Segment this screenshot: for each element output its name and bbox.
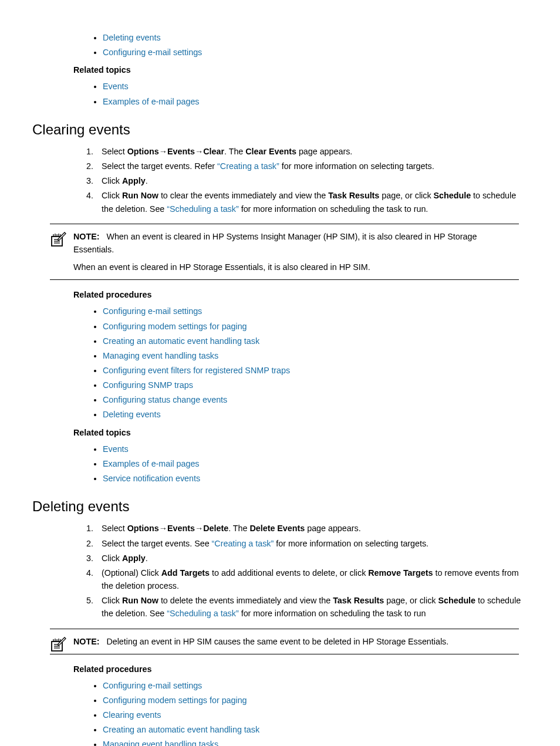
text-bold: Add Targets [161, 568, 210, 578]
link[interactable]: Creating an automatic event handling tas… [103, 725, 259, 734]
step-4: (Optional) Click Add Targets to add addi… [96, 566, 537, 592]
arrow-icon: → [159, 147, 167, 156]
text-bold: Remove Targets [368, 568, 433, 578]
list-item: Creating an automatic event handling tas… [103, 723, 537, 736]
text: for more information on scheduling the t… [239, 609, 426, 618]
link-creating-task[interactable]: “Creating a task” [212, 539, 274, 548]
top-links-1: Deleting events Configuring e-mail setti… [103, 31, 537, 59]
list-item: Configuring event filters for registered… [103, 364, 537, 377]
deleting-events-heading: Deleting events [32, 495, 537, 517]
related-topics-heading: Related topics [73, 426, 537, 439]
text-bold: Apply [122, 553, 146, 563]
link[interactable]: Configuring modem settings for paging [103, 696, 247, 705]
text: Select [102, 524, 127, 533]
text-bold: Clear [203, 147, 224, 156]
text: to delete the events immediately and vie… [158, 596, 333, 605]
note-icon [50, 636, 66, 656]
text-bold: Schedule [434, 191, 471, 200]
text-bold: Schedule [438, 596, 475, 605]
text-bold: Task Results [333, 596, 384, 605]
list-item: Creating an automatic event handling tas… [103, 335, 537, 347]
step-5: Click Run Now to delete the events immed… [96, 594, 537, 620]
text: Click [102, 553, 122, 563]
list-item: Examples of e-mail pages [103, 95, 537, 108]
list-item: Deleting events [103, 408, 537, 421]
link[interactable]: Service notification events [103, 474, 200, 483]
link[interactable]: Creating an automatic event handling tas… [103, 336, 259, 346]
list-item: Configuring modem settings for paging [103, 694, 537, 707]
step-4: Click Run Now to clear the events immedi… [96, 189, 537, 215]
list-item: Events [103, 80, 537, 93]
link-events[interactable]: Events [103, 82, 129, 91]
link[interactable]: Deleting events [103, 410, 161, 419]
list-item: Configuring SNMP traps [103, 379, 537, 391]
step-2: Select the target events. Refer “Creatin… [96, 160, 537, 173]
text-bold: Run Now [122, 191, 158, 200]
clearing-proc-links: Configuring e-mail settings Configuring … [103, 305, 537, 421]
list-item: Service notification events [103, 472, 537, 485]
list-item: Managing event handling tasks [103, 349, 537, 362]
text: Click [102, 596, 122, 605]
list-item: Deleting events [103, 31, 537, 44]
link[interactable]: Examples of e-mail pages [103, 459, 200, 468]
clearing-note-box: NOTE: When an event is cleared in HP Sys… [50, 224, 519, 280]
text: for more information on selecting target… [279, 161, 434, 171]
link[interactable]: Configuring modem settings for paging [103, 322, 247, 331]
list-item: Configuring e-mail settings [103, 305, 537, 318]
text-bold: Clear Events [245, 147, 296, 156]
related-topics-heading: Related topics [73, 63, 537, 76]
link[interactable]: Clearing events [103, 710, 161, 720]
text-bold: Delete [203, 524, 228, 533]
arrow-icon: → [159, 524, 167, 533]
note-label: NOTE: [73, 637, 99, 646]
text: page, or click [384, 596, 438, 605]
text: to clear the events immediately and view… [158, 191, 328, 200]
list-item: Configuring e-mail settings [103, 679, 537, 692]
list-item: Examples of e-mail pages [103, 457, 537, 470]
text: . [146, 553, 148, 563]
text-bold: Task Results [328, 191, 379, 200]
link[interactable]: Configuring e-mail settings [103, 681, 202, 690]
list-item: Configuring e-mail settings [103, 46, 537, 59]
note-icon [50, 231, 66, 251]
step-1: Select Options→Events→Delete. The Delete… [96, 522, 537, 535]
text-bold: Delete Events [249, 524, 305, 533]
note-text-2: When an event is cleared in HP Storage E… [73, 261, 519, 274]
link-scheduling-task[interactable]: “Scheduling a task” [167, 204, 238, 214]
list-item: Events [103, 443, 537, 455]
link-configuring-email[interactable]: Configuring e-mail settings [103, 48, 202, 57]
text: for more information on selecting target… [274, 539, 429, 548]
link-examples-email[interactable]: Examples of e-mail pages [103, 97, 200, 106]
link[interactable]: Configuring status change events [103, 395, 227, 404]
text-bold: Run Now [122, 596, 158, 605]
link[interactable]: Managing event handling tasks [103, 351, 218, 360]
text: . The [228, 524, 249, 533]
text: . The [224, 147, 245, 156]
link[interactable]: Configuring event filters for registered… [103, 366, 290, 375]
clearing-steps: Select Options→Events→Clear. The Clear E… [85, 145, 537, 215]
text: page, or click [379, 191, 433, 200]
link[interactable]: Events [103, 444, 129, 454]
text: to add additional events to delete, or c… [210, 568, 368, 578]
list-item: Clearing events [103, 708, 537, 721]
link-creating-task[interactable]: “Creating a task” [217, 161, 279, 171]
text: Select [102, 147, 127, 156]
text-bold: Options [127, 524, 159, 533]
link-deleting-events[interactable]: Deleting events [103, 33, 161, 42]
related-procedures-heading: Related procedures [73, 663, 537, 676]
deleting-proc-links: Configuring e-mail settings Configuring … [103, 679, 537, 746]
step-3: Click Apply. [96, 174, 537, 187]
text-bold: Apply [122, 176, 146, 185]
link[interactable]: Configuring e-mail settings [103, 306, 202, 316]
link[interactable]: Configuring SNMP traps [103, 380, 193, 390]
text: . [146, 176, 148, 185]
note-text-1: Deleting an event in HP SIM causes the s… [106, 637, 448, 646]
link[interactable]: Managing event handling tasks [103, 740, 218, 746]
deleting-steps: Select Options→Events→Delete. The Delete… [85, 522, 537, 620]
arrow-icon: → [195, 147, 203, 156]
related-procedures-heading: Related procedures [73, 288, 537, 301]
note-label: NOTE: [73, 232, 99, 241]
link-scheduling-task[interactable]: “Scheduling a task” [167, 609, 238, 618]
deleting-note-box: NOTE: Deleting an event in HP SIM causes… [50, 629, 519, 654]
text-bold: Events [167, 147, 195, 156]
